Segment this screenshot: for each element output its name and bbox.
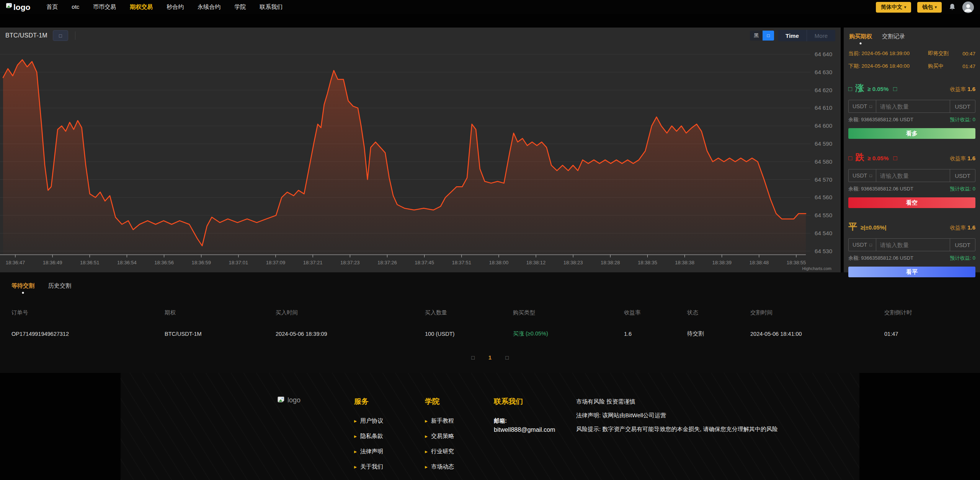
- col-status: 状态: [687, 309, 750, 316]
- up-balance: 余额: 93663585812.06 USDT: [848, 116, 913, 123]
- nav-item-home[interactable]: 首页: [46, 3, 58, 11]
- svg-text:18:37:26: 18:37:26: [377, 260, 397, 265]
- footer-link-market-news[interactable]: ▶市场动态: [425, 463, 494, 470]
- flat-amount-box: USDT □ USDT: [848, 238, 975, 251]
- svg-text:18:38:55: 18:38:55: [787, 260, 806, 265]
- user-avatar[interactable]: [962, 2, 974, 13]
- nav-right: 简体中文 ▾ 钱包 ▾: [876, 2, 974, 13]
- down-unit-selector[interactable]: USDT □: [849, 169, 876, 182]
- next-countdown: 01:47: [958, 63, 975, 69]
- buy-flat-button[interactable]: 看平: [848, 267, 975, 277]
- missing-glyph-icon: □: [848, 155, 852, 162]
- nav-item-academy[interactable]: 学院: [234, 3, 246, 11]
- buy-down-button[interactable]: 看空: [848, 197, 975, 208]
- missing-glyph-icon: □: [893, 155, 897, 162]
- rate-label: 收益率: [950, 86, 966, 92]
- tab-history-settlement[interactable]: 历史交割: [48, 282, 71, 294]
- triangle-bullet-icon: ▶: [425, 419, 428, 423]
- footer-link-about[interactable]: ▶关于我们: [354, 463, 425, 470]
- orders-header-row: 订单号 期权 买入时间 买入数量 购买类型 收益率 状态 交割时间 交割倒计时: [11, 309, 969, 316]
- rate-value: 1.6: [967, 224, 975, 231]
- down-amount-input[interactable]: [876, 169, 950, 182]
- next-status: 购买中: [928, 63, 958, 70]
- nav-item-perpetual[interactable]: 永续合约: [198, 3, 220, 11]
- triangle-bullet-icon: ▶: [354, 419, 357, 423]
- theme-light-button[interactable]: □: [763, 31, 774, 41]
- footer-link-industry-research[interactable]: ▶行业研究: [425, 448, 494, 455]
- nav-item-seconds-contract[interactable]: 秒合约: [167, 3, 184, 11]
- up-condition: ≥ 0.05%: [867, 86, 889, 92]
- highcharts-credit: Highcharts.com: [802, 266, 831, 271]
- svg-text:18:38:12: 18:38:12: [526, 260, 546, 265]
- footer-services-title: 服务: [354, 397, 425, 407]
- missing-glyph-icon: □: [869, 173, 872, 178]
- theme-dark-button[interactable]: 黑: [750, 31, 763, 41]
- svg-text:64 570: 64 570: [815, 176, 832, 183]
- svg-text:64 540: 64 540: [815, 230, 832, 236]
- caret-down-icon: ▾: [935, 5, 937, 9]
- cell-settle-time: 2024-05-06 18:41:00: [750, 331, 884, 337]
- svg-text:18:38:23: 18:38:23: [564, 260, 583, 265]
- nav-item-otc[interactable]: otc: [72, 3, 79, 11]
- rate-label: 收益率: [950, 225, 966, 231]
- next-period-row: 下期: 2024-05-06 18:40:00 购买中 01:47: [848, 63, 975, 70]
- buy-up-button[interactable]: 看多: [848, 128, 975, 139]
- active-tab-dot: [860, 42, 862, 44]
- triangle-bullet-icon: ▶: [425, 465, 428, 469]
- header-divider: [75, 31, 75, 40]
- email-address[interactable]: bitwell888@gmail.com: [494, 426, 576, 433]
- tab-settlement-records[interactable]: 交割记录: [882, 33, 905, 44]
- flat-unit-selector[interactable]: USDT □: [849, 239, 876, 251]
- svg-text:18:37:45: 18:37:45: [415, 260, 434, 265]
- up-unit-selector[interactable]: USDT □: [849, 100, 876, 112]
- footer-link-privacy[interactable]: ▶隐私条款: [354, 433, 425, 440]
- footer-link-beginner-tutorial[interactable]: ▶新手教程: [425, 417, 494, 425]
- broken-image-icon: [278, 397, 285, 403]
- col-countdown: 交割倒计时: [884, 309, 969, 316]
- down-title: 跌: [855, 151, 864, 163]
- main-content: BTC/USDT-1M □ 黑 □ Time More 64 64064 630…: [0, 28, 980, 272]
- current-page[interactable]: 1: [488, 354, 492, 361]
- col-option: 期权: [165, 309, 276, 316]
- orders-tabs: 等待交割 历史交割: [11, 282, 969, 294]
- cell-status: 待交割: [687, 330, 750, 337]
- next-page-button[interactable]: □: [505, 355, 508, 361]
- svg-text:64 640: 64 640: [815, 51, 832, 57]
- nav-item-spot[interactable]: 币币交易: [93, 3, 116, 11]
- trade-panel: 购买期权 交割记录 当前: 2024-05-06 18:39:00 即将交割 0…: [844, 28, 980, 272]
- rate-label: 收益率: [950, 155, 966, 161]
- flat-title: 平: [848, 221, 858, 233]
- triangle-bullet-icon: ▶: [425, 450, 428, 454]
- language-button[interactable]: 简体中文 ▾: [876, 2, 911, 13]
- footer-link-legal[interactable]: ▶法律声明: [354, 448, 425, 455]
- notification-bell-icon[interactable]: [948, 3, 956, 11]
- symbol-dropdown-button[interactable]: □: [53, 30, 68, 41]
- svg-text:18:37:51: 18:37:51: [452, 260, 471, 265]
- tab-buy-option[interactable]: 购买期权: [849, 33, 872, 44]
- cell-buy-time: 2024-05-06 18:39:09: [276, 331, 425, 337]
- wallet-button[interactable]: 钱包 ▾: [917, 2, 942, 13]
- col-rate: 收益率: [624, 309, 687, 316]
- price-chart[interactable]: 64 64064 63064 62064 61064 60064 59064 5…: [0, 44, 841, 272]
- triangle-bullet-icon: ▶: [354, 434, 357, 438]
- down-expected-profit: 预计收益: 0: [950, 185, 975, 192]
- footer-link-trading-strategy[interactable]: ▶交易策略: [425, 433, 494, 440]
- flat-amount-input[interactable]: [876, 239, 950, 251]
- caret-down-icon: ▾: [904, 5, 906, 9]
- up-amount-input[interactable]: [876, 100, 950, 112]
- nav-item-contact[interactable]: 联系我们: [260, 3, 283, 11]
- site-logo[interactable]: logo: [6, 3, 30, 11]
- nav-item-options[interactable]: 期权交易: [130, 3, 153, 11]
- theme-toggle: 黑 □: [750, 31, 774, 41]
- up-amount-box: USDT □ USDT: [848, 100, 975, 113]
- chart-header: BTC/USDT-1M □ 黑 □ Time More: [0, 28, 841, 44]
- svg-text:18:36:51: 18:36:51: [80, 260, 100, 265]
- active-tab-dot: [22, 292, 24, 294]
- prev-page-button[interactable]: □: [471, 355, 474, 361]
- more-view-button[interactable]: More: [807, 30, 835, 41]
- missing-glyph-icon: □: [869, 104, 872, 109]
- up-title: 涨: [855, 82, 864, 94]
- tab-pending-settlement[interactable]: 等待交割: [11, 282, 34, 294]
- time-view-button[interactable]: Time: [778, 30, 807, 41]
- footer-link-user-agreement[interactable]: ▶用户协议: [354, 417, 425, 425]
